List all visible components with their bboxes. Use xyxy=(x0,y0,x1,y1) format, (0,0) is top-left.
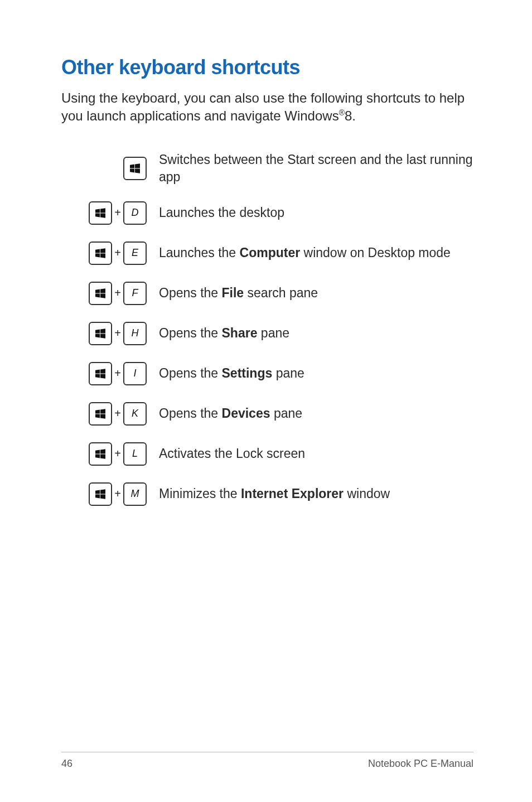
desc-text-post: search pane xyxy=(244,286,318,300)
shortcut-keys: +E xyxy=(61,241,159,265)
shortcut-keys: +H xyxy=(61,322,159,345)
letter-key: K xyxy=(123,402,147,426)
letter-key: D xyxy=(123,201,147,225)
windows-key-icon xyxy=(89,201,112,225)
desc-text-post: pane xyxy=(270,406,303,421)
desc-text-pre: Activates the Lock screen xyxy=(159,446,305,461)
plus-symbol: + xyxy=(114,287,121,299)
desc-text-bold: Internet Explorer xyxy=(241,486,344,501)
shortcut-keys: +I xyxy=(61,362,159,385)
desc-text-pre: Opens the xyxy=(159,286,222,300)
shortcut-row: +MMinimizes the Internet Explorer window xyxy=(61,481,473,507)
desc-text-pre: Switches between the Start screen and th… xyxy=(159,152,473,184)
shortcut-row: +FOpens the File search pane xyxy=(61,281,473,306)
windows-key-icon xyxy=(89,482,112,506)
windows-key-icon xyxy=(89,282,112,305)
shortcut-keys: +K xyxy=(61,402,159,426)
desc-text-pre: Opens the xyxy=(159,326,222,340)
windows-key-icon xyxy=(89,402,112,426)
desc-text-post: window on Desktop mode xyxy=(300,245,451,260)
shortcut-row: +DLaunches the desktop xyxy=(61,200,473,226)
desc-text-pre: Launches the desktop xyxy=(159,205,284,220)
shortcut-description: Minimizes the Internet Explorer window xyxy=(159,485,473,503)
desc-text-pre: Minimizes the xyxy=(159,486,241,501)
desc-text-bold: Devices xyxy=(222,406,270,421)
windows-key-icon xyxy=(123,157,147,180)
letter-key: M xyxy=(123,482,147,506)
plus-symbol: + xyxy=(114,206,121,219)
shortcut-description: Switches between the Start screen and th… xyxy=(159,151,473,186)
windows-key-icon xyxy=(89,442,112,466)
windows-key-icon xyxy=(89,322,112,345)
letter-key: F xyxy=(123,282,147,305)
desc-text-pre: Opens the xyxy=(159,366,222,380)
desc-text-post: pane xyxy=(257,326,289,340)
shortcut-keys: +F xyxy=(61,282,159,305)
shortcut-description: Launches the Computer window on Desktop … xyxy=(159,244,473,262)
intro-registered-mark: ® xyxy=(339,108,345,117)
shortcut-description: Opens the File search pane xyxy=(159,284,473,302)
shortcut-row: +ELaunches the Computer window on Deskto… xyxy=(61,240,473,266)
intro-text-pre: Using the keyboard, you can also use the… xyxy=(61,90,465,123)
plus-symbol: + xyxy=(114,447,121,460)
windows-key-icon xyxy=(89,241,112,265)
shortcut-keys xyxy=(61,157,159,180)
shortcut-keys: +M xyxy=(61,482,159,506)
page-heading: Other keyboard shortcuts xyxy=(61,56,473,79)
desc-text-post: pane xyxy=(272,366,304,380)
shortcut-description: Launches the desktop xyxy=(159,204,473,221)
plus-symbol: + xyxy=(114,367,121,380)
intro-text-post: 8. xyxy=(345,108,356,123)
plus-symbol: + xyxy=(114,327,121,340)
plus-symbol: + xyxy=(114,407,121,420)
footer-doc-title: Notebook PC E-Manual xyxy=(368,758,473,770)
letter-key: E xyxy=(123,241,147,265)
page-footer: 46 Notebook PC E-Manual xyxy=(61,752,473,770)
page-number: 46 xyxy=(61,758,72,770)
letter-key: I xyxy=(123,362,147,385)
desc-text-bold: File xyxy=(222,286,244,300)
shortcut-description: Activates the Lock screen xyxy=(159,445,473,462)
desc-text-post: window xyxy=(344,486,390,501)
shortcut-keys: +D xyxy=(61,201,159,225)
desc-text-bold: Settings xyxy=(222,366,273,380)
windows-key-icon xyxy=(89,362,112,385)
shortcut-row: +LActivates the Lock screen xyxy=(61,441,473,467)
shortcut-keys: +L xyxy=(61,442,159,466)
shortcut-description: Opens the Share pane xyxy=(159,325,473,342)
letter-key: H xyxy=(123,322,147,345)
shortcut-description: Opens the Settings pane xyxy=(159,365,473,382)
shortcut-row: +KOpens the Devices pane xyxy=(61,401,473,427)
intro-paragraph: Using the keyboard, you can also use the… xyxy=(61,89,473,125)
shortcut-description: Opens the Devices pane xyxy=(159,405,473,422)
shortcut-row: Switches between the Start screen and th… xyxy=(61,151,473,186)
desc-text-bold: Computer xyxy=(240,245,301,260)
shortcut-row: +HOpens the Share pane xyxy=(61,321,473,346)
desc-text-pre: Opens the xyxy=(159,406,222,421)
shortcut-row: +IOpens the Settings pane xyxy=(61,361,473,386)
desc-text-pre: Launches the xyxy=(159,245,240,260)
desc-text-bold: Share xyxy=(222,326,258,340)
plus-symbol: + xyxy=(114,487,121,500)
shortcut-list: Switches between the Start screen and th… xyxy=(61,151,473,507)
letter-key: L xyxy=(123,442,147,466)
plus-symbol: + xyxy=(114,247,121,259)
